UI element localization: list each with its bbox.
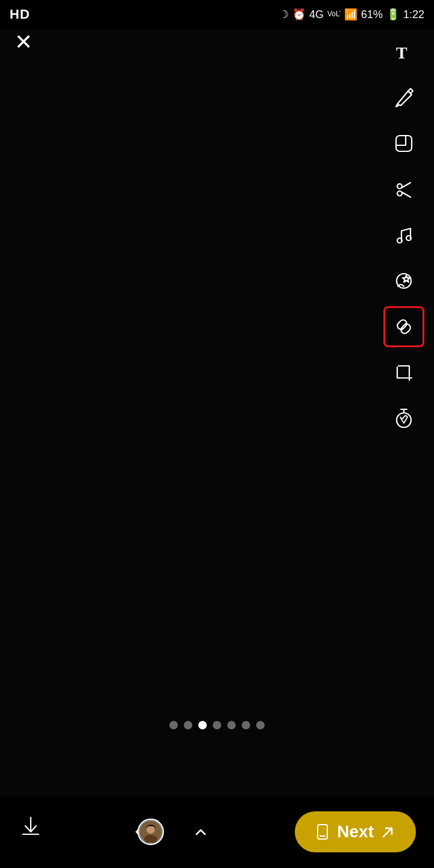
moon-icon: ☽ (279, 8, 289, 21)
close-button[interactable]: ✕ (14, 31, 33, 53)
alarm-icon: ⏰ (292, 8, 306, 21)
svg-rect-12 (318, 825, 327, 839)
status-right: ☽ ⏰ 4G VoLTE 📶 61% 🔋 1:22 (279, 8, 424, 22)
canvas-area (0, 29, 434, 796)
avatar-icon (140, 821, 162, 843)
chevron-up-icon (193, 825, 208, 839)
story-button[interactable]: Story (130, 816, 208, 848)
time-display: 1:22 (403, 8, 424, 21)
svg-text:T: T (396, 43, 407, 62)
sticker-tool-button[interactable] (383, 123, 424, 164)
story-label: Story (166, 826, 189, 837)
pagination-dots (169, 721, 265, 729)
dot-7 (256, 721, 265, 729)
battery-level: 61% (361, 8, 383, 21)
send-icon (314, 823, 331, 840)
dot-2 (184, 721, 192, 729)
text-tool-button[interactable]: T (383, 31, 424, 72)
right-toolbar: T (383, 31, 424, 439)
network-4g: 4G (309, 8, 324, 21)
status-bar: HD ☽ ⏰ 4G VoLTE 📶 61% 🔋 1:22 (0, 0, 434, 29)
dot-4 (213, 721, 221, 729)
bottom-bar: Save Story (0, 796, 434, 868)
effect-tool-button[interactable] (383, 260, 424, 301)
dot-5 (227, 721, 236, 729)
link-tool-button[interactable] (383, 306, 424, 347)
scissors-tool-button[interactable] (383, 169, 424, 210)
volte-icon: VoLTE (327, 8, 341, 22)
save-label: Save (20, 839, 42, 850)
svg-rect-2 (396, 136, 412, 151)
draw-tool-button[interactable] (383, 77, 424, 118)
svg-point-8 (397, 413, 411, 427)
dot-3 (198, 721, 207, 729)
save-button[interactable]: Save (18, 814, 43, 850)
svg-text:VoLTE: VoLTE (327, 10, 341, 18)
svg-point-4 (397, 191, 402, 196)
next-label: Next (337, 822, 374, 841)
status-hd: HD (10, 7, 30, 22)
timer-tool-button[interactable] (383, 398, 424, 439)
dot-1 (169, 721, 178, 729)
next-arrow-icon (380, 823, 397, 840)
next-button[interactable]: Next (295, 811, 416, 852)
signal-icon: 📶 (344, 8, 357, 21)
dot-6 (242, 721, 250, 729)
svg-point-3 (397, 184, 402, 189)
story-avatar (137, 819, 164, 845)
music-tool-button[interactable] (383, 215, 424, 256)
crop-tool-button[interactable] (383, 352, 424, 393)
battery-icon: 🔋 (386, 8, 400, 21)
save-icon (18, 814, 43, 839)
